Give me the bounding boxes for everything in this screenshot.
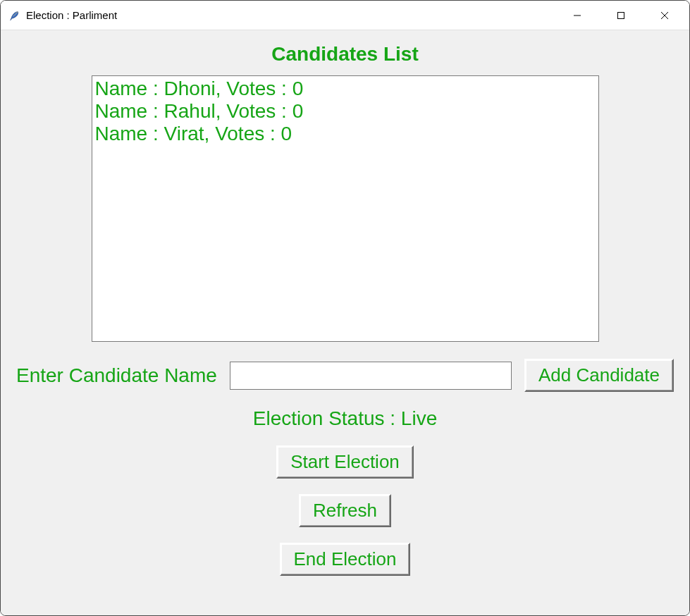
list-item[interactable]: Name : Dhoni, Votes : 0 <box>95 78 596 100</box>
action-buttons: Start Election Refresh End Election <box>276 445 414 576</box>
window-title: Election : Parliment <box>26 9 555 21</box>
list-item[interactable]: Name : Rahul, Votes : 0 <box>95 100 596 123</box>
end-election-button[interactable]: End Election <box>280 543 411 576</box>
app-window: Election : Parliment Candidates List Nam… <box>0 0 690 616</box>
page-title: Candidates List <box>271 43 418 66</box>
feather-icon <box>8 9 20 22</box>
client-area: Candidates List Name : Dhoni, Votes : 0 … <box>1 30 689 615</box>
titlebar[interactable]: Election : Parliment <box>1 1 689 30</box>
add-candidate-button[interactable]: Add Candidate <box>524 359 674 392</box>
refresh-button[interactable]: Refresh <box>299 494 391 527</box>
close-button[interactable] <box>643 1 686 30</box>
candidates-listbox[interactable]: Name : Dhoni, Votes : 0 Name : Rahul, Vo… <box>92 75 599 342</box>
election-status-label: Election Status : Live <box>253 407 437 430</box>
list-item[interactable]: Name : Virat, Votes : 0 <box>95 123 596 145</box>
add-candidate-row: Enter Candidate Name Add Candidate <box>9 359 681 392</box>
candidate-name-input[interactable] <box>230 362 512 390</box>
minimize-button[interactable] <box>555 1 599 30</box>
candidate-name-label: Enter Candidate Name <box>16 364 217 387</box>
svg-rect-1 <box>618 12 624 18</box>
maximize-button[interactable] <box>599 1 643 30</box>
start-election-button[interactable]: Start Election <box>276 445 414 479</box>
window-controls <box>555 1 686 30</box>
